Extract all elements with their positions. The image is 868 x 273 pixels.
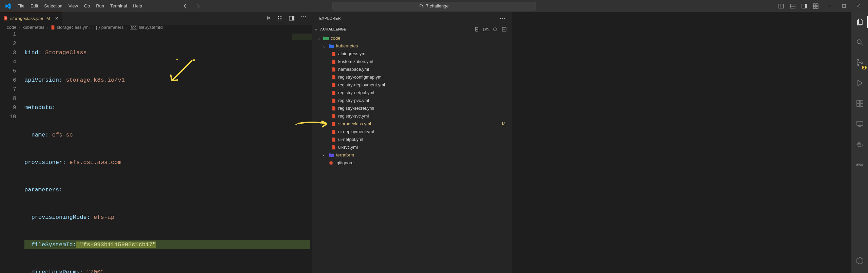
svg-rect-42 <box>860 143 861 144</box>
file-registry-configmap[interactable]: registry-configmap.yml <box>312 73 512 81</box>
aws-tab[interactable]: aws <box>852 158 868 170</box>
explorer-panel: EXPLORER ⌄ 7.CHALLENGE ⌄ <box>312 12 512 273</box>
more-icon[interactable] <box>500 18 505 19</box>
file-albingress[interactable]: albingress.yml <box>312 50 512 58</box>
svg-rect-41 <box>859 143 860 144</box>
maximize-button[interactable] <box>837 0 851 12</box>
extensions-tab[interactable] <box>852 97 868 109</box>
bc-folder[interactable]: kubernetes <box>23 25 44 30</box>
file-namespace[interactable]: namespace.yml <box>312 65 512 73</box>
yaml-file-icon <box>331 75 336 80</box>
bc-file[interactable]: storageclass.yml <box>57 25 90 30</box>
bc-field[interactable]: fileSystemId <box>139 25 163 30</box>
titlebar: File Edit Selection View Go Run Terminal… <box>0 0 868 12</box>
collapse-icon[interactable] <box>502 27 507 32</box>
file-registry-netpol[interactable]: registry-netpol.yml <box>312 89 512 97</box>
scm-badge: 2 <box>862 66 867 69</box>
search-tab[interactable] <box>852 36 868 48</box>
file-ui-deployment[interactable]: ui-deployment.yml <box>312 128 512 135</box>
menubar: File Edit Selection View Go Run Terminal… <box>14 2 145 10</box>
project-header[interactable]: ⌄ 7.CHALLENGE <box>312 25 512 34</box>
menu-view[interactable]: View <box>65 2 81 10</box>
file-kustomization[interactable]: kustomization.yml <box>312 58 512 65</box>
svg-rect-8 <box>816 6 818 8</box>
terraform-tab[interactable] <box>852 255 868 267</box>
minimize-button[interactable] <box>823 0 837 12</box>
debug-tab[interactable] <box>852 77 868 89</box>
svg-point-16 <box>278 20 279 20</box>
explorer-tab[interactable] <box>852 16 868 28</box>
tab-storageclass[interactable]: storageclass.yml M ✕ <box>0 12 62 25</box>
file-ui-netpol[interactable]: ui-netpol.yml <box>312 135 512 143</box>
search-label: 7.challenge <box>426 3 449 8</box>
file-gitignore[interactable]: · .gitignore <box>312 159 512 167</box>
menu-run[interactable]: Run <box>93 2 107 10</box>
folder-terraform[interactable]: › terraform <box>312 151 512 159</box>
layout-customize-icon[interactable] <box>813 3 818 9</box>
close-button[interactable] <box>851 0 865 12</box>
bc-root[interactable]: code <box>7 25 16 30</box>
command-center[interactable]: 7.challenge <box>332 2 536 10</box>
compare-icon[interactable] <box>266 16 271 21</box>
panel-title: EXPLORER <box>312 12 512 25</box>
yaml-file-icon <box>331 67 336 72</box>
forward-icon[interactable] <box>195 3 201 9</box>
new-folder-icon[interactable] <box>483 27 488 32</box>
menu-file[interactable]: File <box>14 2 27 10</box>
menu-help[interactable]: Help <box>130 2 145 10</box>
project-name: 7.CHALLENGE <box>320 27 346 31</box>
file-registry-svc[interactable]: registry-svc.yml <box>312 112 512 120</box>
split-grid-icon[interactable] <box>277 16 283 21</box>
main-area: storageclass.yml M ✕ code › kubernetes ›… <box>0 12 868 273</box>
layout-primary-icon[interactable] <box>778 3 784 9</box>
svg-rect-9 <box>843 4 846 7</box>
menu-selection[interactable]: Selection <box>41 2 65 10</box>
menu-edit[interactable]: Edit <box>27 2 41 10</box>
file-ui-svc[interactable]: ui-svc.yml <box>312 143 512 151</box>
files-icon <box>856 18 864 26</box>
layout-secondary-icon[interactable] <box>802 3 807 9</box>
svg-point-12 <box>282 16 282 17</box>
file-storageclass[interactable]: storageclass.ymlM <box>312 120 512 128</box>
layout-panel-icon[interactable] <box>790 3 795 9</box>
tab-modified-badge: M <box>46 16 50 21</box>
svg-point-11 <box>280 16 281 17</box>
svg-point-28 <box>502 18 503 19</box>
close-icon[interactable]: ✕ <box>55 16 59 21</box>
menu-go[interactable]: Go <box>81 2 93 10</box>
more-icon[interactable] <box>301 16 306 17</box>
folder-code[interactable]: ⌄ code <box>312 34 512 42</box>
scm-tab[interactable]: 2 <box>852 57 868 69</box>
split-right-icon[interactable] <box>289 16 294 21</box>
docker-tab[interactable] <box>852 138 868 150</box>
bc-section[interactable]: parameters <box>101 25 124 30</box>
vscode-logo-icon <box>5 3 11 9</box>
svg-point-21 <box>301 16 302 17</box>
yaml-file-icon <box>51 25 55 30</box>
svg-point-32 <box>857 60 859 61</box>
svg-rect-35 <box>857 100 860 103</box>
refresh-icon[interactable] <box>493 27 498 32</box>
file-registry-deployment[interactable]: registry-deployment.yml <box>312 81 512 89</box>
svg-rect-36 <box>857 104 860 106</box>
hexagon-icon <box>856 257 864 265</box>
folder-kubernetes[interactable]: ⌄ kubernetes <box>312 42 512 50</box>
yaml-file-icon <box>331 98 336 103</box>
svg-rect-1 <box>779 4 784 8</box>
remote-tab[interactable] <box>852 118 868 130</box>
code-editor[interactable]: 1 2 3 4 5 6 7 8 9 10 kind: StorageClass … <box>0 30 312 273</box>
yaml-file-icon <box>331 114 336 119</box>
svg-point-15 <box>282 18 282 19</box>
svg-rect-7 <box>813 6 815 8</box>
new-file-icon[interactable] <box>474 27 479 32</box>
minimap[interactable] <box>292 34 312 67</box>
back-icon[interactable] <box>182 3 188 9</box>
svg-rect-5 <box>813 4 815 6</box>
menu-terminal[interactable]: Terminal <box>107 2 130 10</box>
source-control-icon <box>856 59 864 67</box>
code-content[interactable]: kind: StorageClass apiVersion: storage.k… <box>24 30 312 273</box>
breadcrumbs[interactable]: code › kubernetes › storageclass.yml › {… <box>0 25 312 30</box>
yaml-file-icon <box>3 16 8 21</box>
file-registry-pvc[interactable]: registry-pvc.yml <box>312 97 512 104</box>
file-registry-secret[interactable]: registry-secret.yml <box>312 104 512 112</box>
